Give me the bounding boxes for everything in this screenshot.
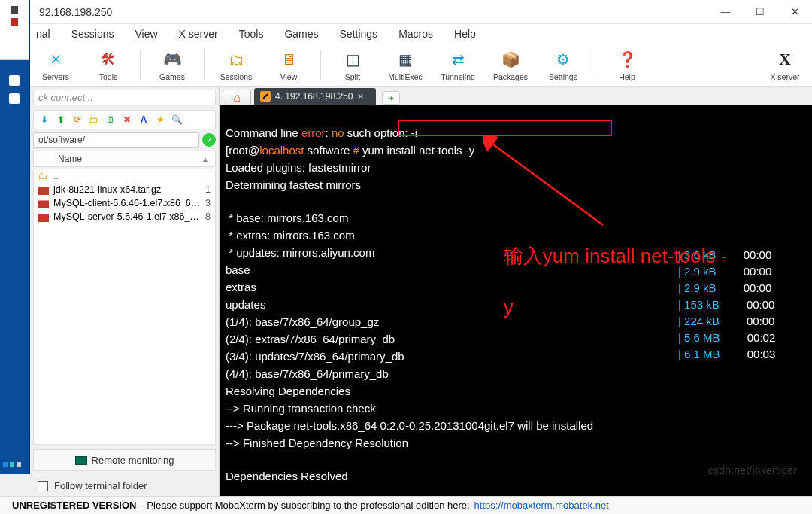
download-icon[interactable]: ⬇ [38, 114, 50, 126]
multiexec-label: MultiExec [388, 72, 423, 81]
menu-games[interactable]: Games [283, 26, 320, 41]
view-icon: 🖥 [277, 48, 300, 71]
search-icon[interactable]: 🔍 [171, 114, 183, 126]
annotation-box [398, 120, 612, 136]
term-text: software [304, 144, 350, 157]
term-text: Resolving Dependencies [226, 385, 350, 397]
quick-connect-input[interactable]: ck connect... [33, 90, 216, 105]
menu-help[interactable]: Help [453, 26, 477, 41]
help-icon: ❓ [616, 48, 638, 71]
bg-icon [9, 75, 20, 86]
packages-label: Packages [493, 72, 528, 81]
minimize-button[interactable]: — [708, 0, 743, 24]
tab-strip: ⌂ 4. 192.168.198.250 ✕ ＋ [220, 87, 812, 105]
term-text: localhost [259, 144, 304, 157]
menu-terminal[interactable]: nal [35, 26, 52, 41]
list-item[interactable]: 🗀 .. [34, 169, 215, 183]
bookmark-icon[interactable]: ★ [154, 114, 166, 126]
term-text: no [332, 126, 344, 139]
toolbar-view[interactable]: 🖥View [268, 48, 310, 81]
bg-icon [10, 462, 14, 467]
toolbar-packages[interactable]: 📦Packages [489, 48, 532, 81]
tab-session-active[interactable]: 4. 192.168.198.250 ✕ [254, 88, 376, 105]
list-item[interactable]: MySQL-client-5.6.46-1.el7.x86_64... 3 [34, 196, 215, 210]
archive-icon [38, 198, 49, 208]
path-text: ot/software/ [38, 135, 85, 145]
terminal-icon [260, 91, 271, 102]
tab-new[interactable]: ＋ [382, 91, 400, 105]
terminal[interactable]: Command line error: no such option: -i [… [220, 105, 812, 496]
sessions-icon: 🗂 [225, 48, 247, 71]
tab-label: 4. 192.168.198.250 [275, 91, 353, 102]
font-icon[interactable]: A [138, 114, 150, 126]
refresh-icon[interactable]: ⟳ [71, 114, 83, 126]
newfolder-icon[interactable]: 🗀 [88, 114, 100, 126]
sessions-label: Sessions [220, 72, 253, 81]
term-text: : [326, 126, 332, 139]
footer-link[interactable]: https://mobaxterm.mobatek.net [474, 500, 609, 511]
term-text: --> Finished Dependency Resolution [226, 436, 408, 449]
tab-close-icon[interactable]: ✕ [357, 92, 364, 102]
menu-xserver[interactable]: X server [177, 26, 220, 41]
maximize-button[interactable]: ☐ [743, 0, 777, 24]
toolbar-settings[interactable]: ⚙Settings [542, 48, 584, 81]
checkbox-icon[interactable] [38, 481, 48, 491]
toolbar-tools[interactable]: 🛠Tools [87, 48, 129, 81]
file-header-sort-icon[interactable]: ▴ [203, 154, 208, 164]
toolbar: ✳Servers 🛠Tools 🎮Games 🗂Sessions 🖥View ◫… [0, 44, 812, 87]
toolbar-servers[interactable]: ✳Servers [35, 48, 77, 81]
help-label: Help [619, 72, 635, 81]
window-title: 92.168.198.250 [33, 6, 112, 18]
toolbar-split[interactable]: ◫Split [332, 48, 374, 81]
bg-icon [17, 462, 21, 467]
upload-icon[interactable]: ⬆ [55, 114, 67, 126]
terminal-area: ⌂ 4. 192.168.198.250 ✕ ＋ Command line er… [220, 87, 812, 496]
term-text: (4/4): base/7/x86_64/primary_db [226, 367, 389, 380]
menu-sessions[interactable]: Sessions [70, 26, 116, 41]
menu-view[interactable]: View [134, 26, 159, 41]
toolbar-separator [204, 50, 205, 80]
toolbar-multiexec[interactable]: ▦MultiExec [384, 48, 426, 81]
menu-settings[interactable]: Settings [338, 26, 380, 41]
home-icon: ⌂ [233, 91, 241, 105]
term-text: ---> Package net-tools.x86_64 0:2.0-0.25… [226, 419, 593, 432]
toolbar-games[interactable]: 🎮Games [151, 48, 193, 81]
toolbar-help[interactable]: ❓Help [606, 48, 648, 81]
delete-icon[interactable]: ✖ [121, 114, 133, 126]
file-name: jdk-8u221-linux-x64.tar.gz [53, 184, 201, 195]
settings-label: Settings [549, 72, 577, 81]
toolbar-tunneling[interactable]: ⇄Tunneling [437, 48, 479, 81]
toolbar-sessions[interactable]: 🗂Sessions [215, 48, 257, 81]
tab-home[interactable]: ⌂ [223, 90, 251, 105]
bg-icon [11, 6, 18, 14]
remote-monitoring-button[interactable]: Remote monitoring [33, 449, 216, 471]
follow-terminal-label: Follow terminal folder [54, 480, 147, 491]
bg-icon [3, 462, 8, 467]
list-item[interactable]: jdk-8u221-linux-x64.tar.gz 1 [34, 183, 215, 196]
list-item[interactable]: MySQL-server-5.6.46-1.el7.x86_6... 8 [34, 210, 215, 224]
term-text: Determining fastest mirrors [226, 178, 361, 191]
newfile-icon[interactable]: 🗎 [105, 114, 117, 126]
term-text: yum install net-tools -y [359, 144, 474, 157]
archive-icon [38, 211, 49, 222]
term-text: [root@ [226, 144, 259, 157]
file-header-name[interactable]: Name [58, 154, 197, 164]
folder-up-icon: 🗀 [38, 171, 49, 181]
term-text: base [226, 263, 250, 276]
toolbar-separator [320, 50, 321, 80]
term-text: extras [226, 281, 256, 293]
games-label: Games [159, 72, 185, 81]
menu-bar: nal Sessions View X server Tools Games S… [0, 24, 812, 44]
annotation-text: 输入yum install net-tools - y [460, 217, 783, 345]
path-input[interactable]: ot/software/ [33, 132, 199, 148]
menu-tools[interactable]: Tools [238, 26, 265, 41]
toolbar-xserver[interactable]: XX server [764, 48, 806, 81]
follow-terminal-row[interactable]: Follow terminal folder [30, 476, 219, 496]
close-button[interactable]: ✕ [777, 0, 812, 24]
sidebar: ck connect... ⬇ ⬆ ⟳ 🗀 🗎 ✖ A ★ 🔍 ot/softw… [0, 87, 220, 496]
term-text: * updates: mirrors.aliyun.com [226, 246, 374, 259]
menu-macros[interactable]: Macros [397, 26, 435, 41]
file-extra: 8 [205, 211, 211, 222]
sftp-toolbar: ⬇ ⬆ ⟳ 🗀 🗎 ✖ A ★ 🔍 [33, 110, 216, 129]
tools-icon: 🛠 [97, 48, 120, 71]
